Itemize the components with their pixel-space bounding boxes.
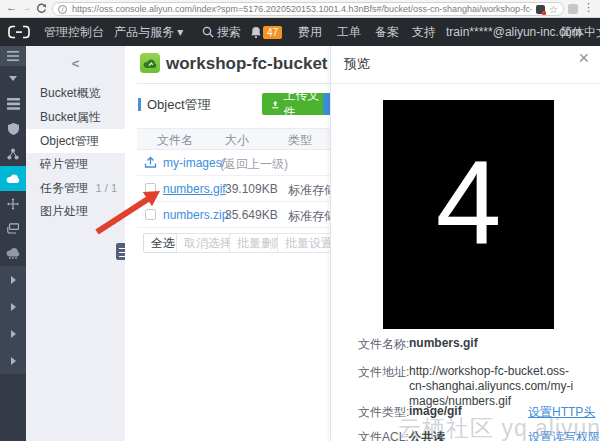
browser-forward-icon[interactable]: → <box>21 1 32 13</box>
detail-label: 文件名称: <box>358 336 413 353</box>
sidebar-item-task-mgmt[interactable]: 任务管理 1 / 1 <box>26 176 125 200</box>
extension-icon[interactable] <box>536 5 545 14</box>
screen: ← → i https://oss.console.aliyun.com/ind… <box>0 0 600 441</box>
up-level-hint: (返回上一级) <box>220 156 288 173</box>
detail-label: 文件地址: <box>358 364 413 381</box>
nav-search[interactable]: 搜索 <box>217 18 241 46</box>
object-table: 文件名 大小 类型 my-images/ (返回上一级) numbers.gif… <box>137 128 330 259</box>
nav-console[interactable]: 管理控制台 <box>44 18 104 46</box>
section-title: Object管理 <box>147 96 211 114</box>
nav-language[interactable]: 简体中文 <box>560 18 600 46</box>
sidebar-collapse-button[interactable]: < <box>26 56 125 71</box>
browser-back-icon[interactable]: ← <box>6 1 17 13</box>
file-size: 35.649KB <box>225 208 278 222</box>
browser-address-bar[interactable]: i https://oss.console.aliyun.com/index?s… <box>52 2 564 16</box>
set-http-header-link[interactable]: 设置HTTP头 <box>528 404 595 421</box>
search-icon[interactable] <box>202 26 214 38</box>
preview-panel: 预览 × 4 文件名称: numbers.gif 文件地址: http://wo… <box>330 46 600 441</box>
url-text[interactable]: https://oss.console.aliyun.com/index?spm… <box>72 4 532 14</box>
bucket-icon <box>140 53 160 73</box>
table-footer: 全选 取消选择 批量删除 批量设置HTTP头 <box>137 228 330 259</box>
rail-expand-item-2[interactable] <box>0 293 26 320</box>
extension-icon-2[interactable] <box>568 4 578 14</box>
nav-icp[interactable]: 备案 <box>375 18 399 46</box>
col-size: 大小 <box>225 132 249 149</box>
upload-icon <box>271 99 280 110</box>
table-row-up-level[interactable]: my-images/ (返回上一级) <box>137 150 330 176</box>
browser-menu-icon[interactable]: ⋮ <box>583 1 594 14</box>
preview-divider <box>331 83 600 84</box>
batch-http-button[interactable]: 批量设置HTTP头 <box>277 233 330 253</box>
detail-value: numbers.gif <box>409 336 574 350</box>
rail-expand-item-3[interactable] <box>0 320 26 347</box>
rail-security-item[interactable] <box>0 116 26 141</box>
rail-move-item[interactable] <box>0 191 26 216</box>
compass-arrows-icon <box>7 198 19 210</box>
folder-link[interactable]: my-images/ <box>163 156 225 170</box>
preview-image: 4 <box>383 100 554 329</box>
bell-icon[interactable] <box>250 26 262 38</box>
bucket-title: workshop-fc-bucket <box>166 54 328 74</box>
set-acl-link[interactable]: 设置读写权限 <box>528 429 600 441</box>
main-content: workshop-fc-bucket Object管理 上传文件 文件名 大小 … <box>125 46 330 441</box>
col-filename: 文件名 <box>157 132 193 149</box>
sidebar-item-object-mgmt[interactable]: Object管理 <box>26 129 125 153</box>
up-level-icon <box>144 156 157 169</box>
rail-cloud-service-item[interactable] <box>0 241 26 266</box>
caret-down-icon <box>9 76 17 81</box>
browser-reload-icon[interactable] <box>36 3 47 14</box>
table-row: numbers.gif 39.109KB 标准存储 <box>137 176 330 202</box>
caret-right-icon <box>11 357 16 365</box>
rail-layers-item[interactable] <box>0 216 26 241</box>
bucket-sidebar: < Bucket概览 Bucket属性 Object管理 碎片管理 任务管理 1… <box>26 46 125 441</box>
rail-servers-item[interactable] <box>0 91 26 116</box>
layers-icon <box>7 223 19 234</box>
sidebar-item-fragment-mgmt[interactable]: 碎片管理 <box>26 152 125 176</box>
nav-tickets[interactable]: 工单 <box>337 18 361 46</box>
file-link-numbers-gif[interactable]: numbers.gif <box>163 182 226 196</box>
nav-products-menu[interactable]: 产品与服务 ▾ <box>114 18 183 46</box>
nav-support[interactable]: 支持 <box>412 18 436 46</box>
storage-class: 标准存储 <box>288 182 330 199</box>
section-accent-bar <box>138 98 141 111</box>
upload-file-button[interactable]: 上传文件 <box>262 93 330 115</box>
file-size: 39.109KB <box>225 182 278 196</box>
preview-title: 预览 <box>344 55 370 73</box>
rail-expand-item-4[interactable] <box>0 347 26 374</box>
create-folder-button-clipped[interactable] <box>323 93 330 115</box>
top-navbar: 管理控制台 产品与服务 ▾ 搜索 47 费用 工单 备案 支持 train***… <box>0 18 600 46</box>
sidebar-item-image-processing[interactable]: 图片处理 <box>26 199 125 223</box>
nav-billing[interactable]: 费用 <box>298 18 322 46</box>
notification-badge[interactable]: 47 <box>263 26 282 39</box>
rail-collapsed-group <box>0 266 26 374</box>
detail-value-url[interactable]: http://workshop-fc-bucket.oss-cn-shangha… <box>409 364 574 409</box>
file-link-numbers-zip[interactable]: numbers.zip <box>163 208 228 222</box>
cloud-icon <box>6 173 20 184</box>
close-icon[interactable]: × <box>578 48 589 69</box>
caret-right-icon <box>11 330 16 338</box>
nodes-icon <box>7 148 19 160</box>
sidebar-item-bucket-overview[interactable]: Bucket概览 <box>26 81 125 105</box>
servers-icon <box>7 98 20 110</box>
sidebar-item-label: 任务管理 <box>40 181 88 195</box>
shield-icon <box>8 123 19 135</box>
preview-image-digit: 4 <box>436 135 502 271</box>
header-divider <box>137 83 330 84</box>
rail-menu-item[interactable] <box>0 46 26 66</box>
aliyun-logo-icon[interactable] <box>7 25 31 39</box>
rail-network-item[interactable] <box>0 141 26 166</box>
sidebar-item-bucket-props[interactable]: Bucket属性 <box>26 105 125 129</box>
col-type: 类型 <box>288 132 312 149</box>
row-checkbox[interactable] <box>145 183 156 194</box>
rail-expand-item-1[interactable] <box>0 266 26 293</box>
info-icon[interactable]: i <box>58 5 67 14</box>
row-checkbox[interactable] <box>145 209 156 220</box>
hamburger-icon <box>7 51 19 61</box>
caret-right-icon <box>11 276 16 284</box>
rail-oss-item-active[interactable] <box>0 166 26 191</box>
product-icon-rail <box>0 46 26 441</box>
rail-caret-item[interactable] <box>0 66 26 91</box>
caret-right-icon <box>11 303 16 311</box>
table-header: 文件名 大小 类型 <box>137 128 330 150</box>
bookmark-star-icon[interactable]: ☆ <box>549 4 558 15</box>
